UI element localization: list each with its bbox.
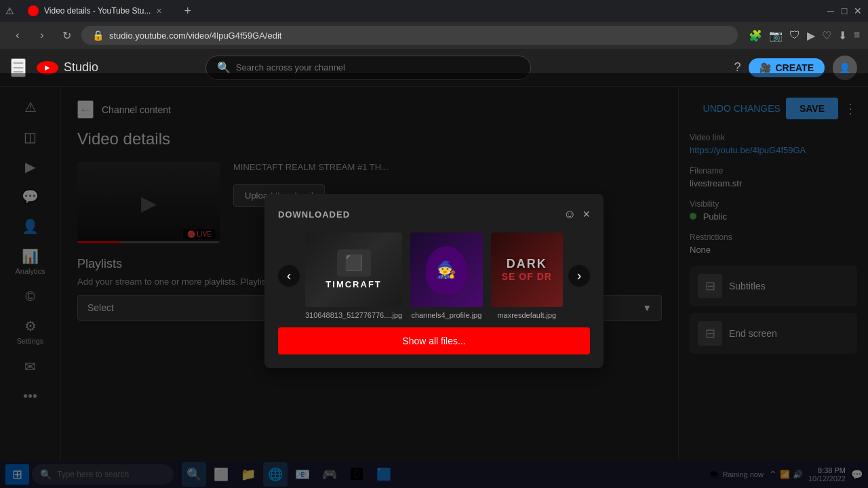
thumb-filename-1: 310648813_512776776....jpg [305,311,402,319]
new-tab-btn[interactable]: + [178,1,197,20]
browser-chrome: ⚠ Video details - YouTube Stu... × + ─ □… [0,0,868,49]
forward-button[interactable]: › [33,26,52,45]
thumbnails-grid: ⬛ TIMCRAFT 310648813_512776776....jpg 🧙 [305,232,563,319]
thumb-filename-2: channels4_profile.jpg [410,311,482,319]
create-icon: 🎥 [760,62,771,73]
address-bar: ‹ › ↻ 🔒 studio.youtube.com/video/4lpuG4f… [0,22,868,49]
dark-text: DARK [502,257,552,271]
play-icon[interactable]: ▶ [807,29,815,42]
modal-smile-btn[interactable]: ☺ [564,207,576,222]
back-button[interactable]: ‹ [8,26,27,45]
yt-logo: Studio [37,60,98,75]
window-controls: ─ □ ✕ [826,6,863,16]
thumb-item-2: 🧙 channels4_profile.jpg [410,232,482,319]
yt-logo-text: Studio [64,60,98,75]
refresh-button[interactable]: ↻ [57,26,76,45]
yt-logo-icon [37,61,58,75]
timcraft-logo: ⬛ TIMCRAFT [326,249,381,289]
download-icon[interactable]: ⬇ [838,29,847,42]
tab-title: Video details - YouTube Stu... [44,6,151,16]
address-right-icons: 🧩 📷 🛡 ▶ ♡ ⬇ ≡ [749,29,860,42]
help-button[interactable]: ? [734,60,741,75]
thumb-image-3[interactable]: DARK SE OF DR [491,232,563,307]
show-all-files-button[interactable]: Show all files... [278,327,590,354]
timcraft-icon: ⬛ [337,249,371,277]
figure-silhouette: 🧙 [426,246,467,293]
thumb2-content: 🧙 [410,232,482,307]
modal-content: ‹ ⬛ TIMCRAFT 310648813_512776776....jpg [278,232,590,319]
address-text: studio.youtube.com/video/4lpuG4f59GA/edi… [109,30,281,41]
address-input[interactable]: 🔒 studio.youtube.com/video/4lpuG4f59GA/e… [81,26,738,45]
prev-arrow[interactable]: ‹ [278,265,300,287]
thumb-filename-3: maxresdefault.jpg [491,311,563,319]
browser-favicon: ⚠ [5,5,14,16]
tab-favicon [28,5,39,16]
thumb3-content: DARK SE OF DR [496,251,557,287]
extensions-icon[interactable]: 🧩 [749,29,762,42]
timcraft-text: TIMCRAFT [326,279,381,289]
timcraft-symbol: ⬛ [344,254,363,272]
camera-icon[interactable]: 📷 [769,29,783,42]
next-arrow[interactable]: › [568,265,590,287]
search-icon: 🔍 [217,61,231,74]
modal-title: DOWNLOADED [278,209,350,220]
close-btn[interactable]: ✕ [853,6,863,16]
search-input[interactable] [236,62,519,73]
thumb-item-1: ⬛ TIMCRAFT 310648813_512776776....jpg [305,232,402,319]
modal-header: DOWNLOADED ☺ × [278,207,590,222]
browser-tab[interactable]: Video details - YouTube Stu... × [20,1,170,21]
thumb-image-2[interactable]: 🧙 [410,232,482,307]
thumb-item-3: DARK SE OF DR maxresdefault.jpg [491,232,563,319]
figure-icon: 🧙 [436,260,456,279]
create-label: CREATE [775,62,814,73]
shield-icon[interactable]: 🛡 [789,29,800,41]
minimize-btn[interactable]: ─ [826,6,835,16]
maximize-btn[interactable]: □ [840,6,849,16]
modal-close-btn[interactable]: × [583,207,590,222]
modal-header-icons: ☺ × [564,207,590,222]
file-picker-modal: DOWNLOADED ☺ × ‹ ⬛ TIMCRAFT [264,194,604,368]
thumb-image-1[interactable]: ⬛ TIMCRAFT [305,232,402,307]
dark-subtext: SE OF DR [502,271,552,282]
modal-overlay[interactable]: DOWNLOADED ☺ × ‹ ⬛ TIMCRAFT [0,73,868,488]
menu-icon[interactable]: ≡ [854,29,860,41]
heart-icon[interactable]: ♡ [822,29,831,42]
title-bar: ⚠ Video details - YouTube Stu... × + ─ □… [0,0,868,22]
tab-close-btn[interactable]: × [156,5,161,16]
